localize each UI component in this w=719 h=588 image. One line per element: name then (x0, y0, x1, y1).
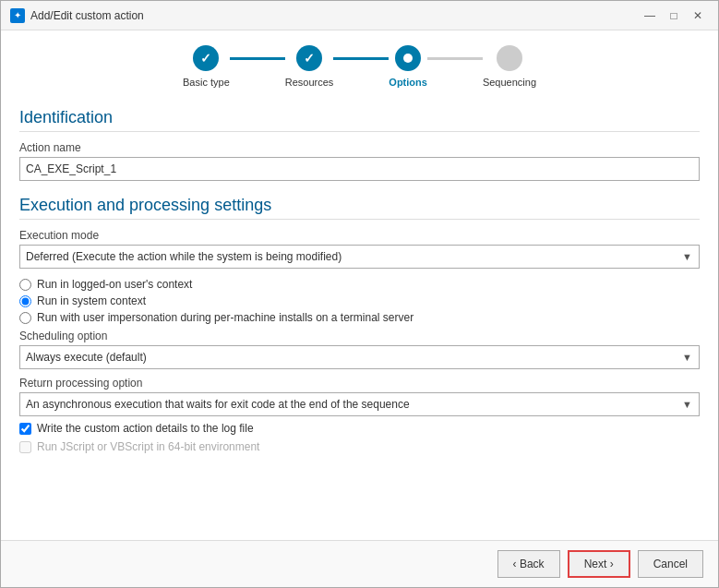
checkbox-log-file-label: Write the custom action details to the l… (37, 422, 254, 435)
action-name-label: Action name (19, 141, 700, 154)
step-connector-3 (427, 57, 483, 60)
checkbox-64bit: Run JScript or VBScript in 64-bit enviro… (19, 440, 700, 453)
radio-logged-on-user[interactable]: Run in logged-on user's context (19, 278, 700, 291)
step-label-sequencing: Sequencing (483, 77, 536, 88)
step-resources: ✓ Resources (285, 45, 334, 88)
radio-logged-on-user-label: Run in logged-on user's context (37, 278, 192, 291)
title-bar-controls: — □ ✕ (639, 6, 709, 25)
window-title: Add/Edit custom action (30, 9, 144, 22)
title-bar-left: ✦ Add/Edit custom action (10, 8, 144, 23)
radio-logged-on-user-input[interactable] (19, 279, 31, 291)
execution-mode-wrapper: Deferred (Execute the action while the s… (19, 245, 700, 269)
execution-mode-select[interactable]: Deferred (Execute the action while the s… (19, 245, 700, 269)
close-button[interactable]: ✕ (687, 6, 709, 25)
step-icon-basic-type: ✓ (200, 51, 211, 66)
step-circle-resources: ✓ (296, 45, 322, 71)
step-label-resources: Resources (285, 77, 334, 88)
main-window: ✦ Add/Edit custom action — □ ✕ ✓ Basic t… (0, 0, 719, 588)
step-connector-2 (333, 57, 389, 60)
context-radio-group: Run in logged-on user's context Run in s… (19, 278, 700, 324)
scheduling-option-label: Scheduling option (19, 330, 700, 342)
app-icon-symbol: ✦ (14, 10, 21, 20)
checkbox-log-file-input[interactable] (19, 423, 31, 435)
wizard-steps: ✓ Basic type ✓ Resources Options Se (1, 30, 718, 99)
scheduling-option-wrapper: Always execute (default) Run once per ma… (19, 345, 700, 369)
execution-mode-label: Execution mode (19, 229, 700, 242)
radio-user-impersonation-input[interactable] (19, 312, 31, 324)
radio-user-impersonation[interactable]: Run with user impersonation during per-m… (19, 311, 700, 324)
maximize-button[interactable]: □ (663, 6, 685, 25)
radio-system-context-label: Run in system context (37, 294, 146, 307)
step-circle-sequencing (497, 45, 522, 71)
execution-section: Execution and processing settings Execut… (19, 196, 700, 453)
step-circle-options (395, 45, 421, 71)
step-circle-basic-type: ✓ (193, 45, 219, 71)
step-label-basic-type: Basic type (183, 77, 230, 88)
execution-title: Execution and processing settings (19, 196, 700, 220)
footer: ‹ Back Next › Cancel (1, 540, 718, 587)
content-area: Identification Action name Execution and… (1, 99, 718, 540)
action-name-input[interactable] (19, 157, 700, 181)
radio-system-context[interactable]: Run in system context (19, 294, 700, 307)
radio-system-context-input[interactable] (19, 295, 31, 307)
radio-user-impersonation-label: Run with user impersonation during per-m… (37, 311, 413, 324)
minimize-button[interactable]: — (639, 6, 661, 25)
step-options: Options (389, 45, 427, 88)
step-connector-1 (230, 57, 285, 60)
title-bar: ✦ Add/Edit custom action — □ ✕ (1, 1, 718, 30)
identification-section: Identification Action name (19, 108, 700, 181)
return-processing-label: Return processing option (19, 377, 700, 390)
return-processing-select[interactable]: An asynchronous execution that waits for… (19, 392, 700, 416)
cancel-button[interactable]: Cancel (638, 550, 703, 578)
next-button[interactable]: Next › (568, 550, 630, 578)
checkbox-log-file[interactable]: Write the custom action details to the l… (19, 422, 700, 435)
return-processing-wrapper: An asynchronous execution that waits for… (19, 392, 700, 416)
back-button[interactable]: ‹ Back (497, 550, 560, 578)
scheduling-option-select[interactable]: Always execute (default) Run once per ma… (19, 345, 700, 369)
checkbox-64bit-label: Run JScript or VBScript in 64-bit enviro… (37, 440, 259, 453)
identification-title: Identification (19, 108, 700, 132)
checkbox-64bit-input (19, 441, 31, 453)
app-icon: ✦ (10, 8, 25, 23)
step-icon-options (403, 54, 413, 63)
step-sequencing: Sequencing (483, 45, 536, 88)
step-icon-resources: ✓ (304, 51, 315, 66)
step-label-options: Options (389, 77, 427, 88)
step-basic-type: ✓ Basic type (183, 45, 230, 88)
